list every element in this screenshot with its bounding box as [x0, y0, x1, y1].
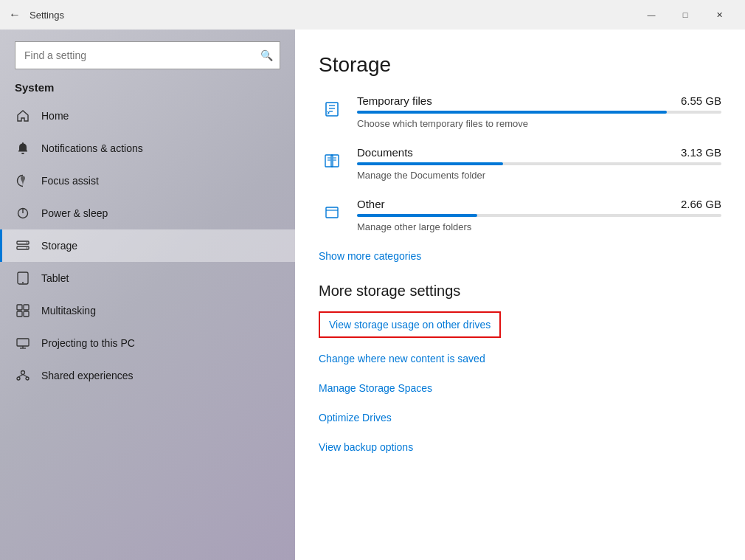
- sidebar-item-tablet-label: Tablet: [41, 272, 69, 284]
- sidebar-item-focus[interactable]: Focus assist: [0, 165, 295, 197]
- window-controls: — □ ✕: [634, 0, 736, 30]
- svg-point-5: [27, 247, 28, 249]
- minimize-button[interactable]: —: [634, 0, 668, 30]
- svg-point-4: [27, 242, 28, 243]
- focus-icon: [15, 173, 31, 189]
- other-bar-bg: [357, 214, 721, 217]
- sidebar-item-projecting[interactable]: Projecting to this PC: [0, 327, 295, 359]
- sidebar: 🔍 System Home Notific: [0, 30, 295, 560]
- other-size: 2.66 GB: [681, 198, 721, 210]
- sidebar-item-shared[interactable]: Shared experiences: [0, 359, 295, 392]
- temp-desc: Choose which temporary files to remove: [357, 118, 528, 129]
- svg-line-18: [18, 375, 23, 378]
- svg-point-16: [17, 377, 20, 380]
- show-more-link[interactable]: Show more categories: [319, 250, 421, 262]
- back-button[interactable]: ←: [9, 8, 21, 21]
- docs-size: 3.13 GB: [681, 146, 721, 159]
- search-container: 🔍: [15, 41, 280, 69]
- more-links: View storage usage on other drivesChange…: [319, 311, 721, 456]
- temp-size: 6.55 GB: [681, 94, 721, 107]
- sidebar-nav: Home Notifications & actions: [0, 100, 295, 560]
- home-icon: [15, 108, 31, 124]
- svg-point-15: [21, 371, 25, 375]
- storage-items: Temporary files 6.55 GB Choose which tem…: [319, 94, 721, 233]
- multitasking-icon: [15, 303, 31, 319]
- sidebar-item-projecting-label: Projecting to this PC: [41, 337, 135, 349]
- sidebar-item-notifications-label: Notifications & actions: [41, 142, 143, 154]
- temp-bar-fill: [357, 111, 667, 114]
- link-manage-spaces[interactable]: Manage Storage Spaces: [319, 379, 721, 397]
- sidebar-item-notifications[interactable]: Notifications & actions: [0, 132, 295, 165]
- sidebar-item-shared-label: Shared experiences: [41, 370, 134, 381]
- temp-icon: [319, 96, 345, 122]
- more-settings-title: More storage settings: [319, 283, 721, 300]
- svg-rect-30: [326, 207, 338, 218]
- sidebar-item-storage-label: Storage: [41, 240, 77, 252]
- power-icon: [15, 205, 31, 221]
- docs-bar-fill: [357, 162, 503, 165]
- main-container: 🔍 System Home Notific: [0, 30, 745, 560]
- link-change-content[interactable]: Change where new content is saved: [319, 350, 721, 367]
- close-button[interactable]: ✕: [702, 0, 736, 30]
- search-input[interactable]: [15, 41, 280, 69]
- storage-item-temp[interactable]: Temporary files 6.55 GB Choose which tem…: [319, 94, 721, 130]
- other-icon: [319, 199, 345, 226]
- docs-bar-bg: [357, 162, 721, 165]
- notifications-icon: [15, 140, 31, 156]
- svg-rect-9: [24, 305, 29, 310]
- svg-rect-12: [17, 339, 29, 346]
- svg-rect-8: [17, 305, 22, 310]
- sidebar-item-multitasking[interactable]: Multitasking: [0, 294, 295, 327]
- svg-rect-11: [24, 311, 29, 317]
- app-title: Settings: [30, 10, 634, 21]
- storage-item-other[interactable]: Other 2.66 GB Manage other large folders: [319, 198, 721, 233]
- shared-icon: [15, 367, 31, 384]
- sidebar-item-power[interactable]: Power & sleep: [0, 197, 295, 229]
- sidebar-item-home[interactable]: Home: [0, 100, 295, 132]
- page-title: Storage: [319, 53, 721, 77]
- sidebar-item-multitasking-label: Multitasking: [41, 305, 96, 317]
- docs-desc: Manage the Documents folder: [357, 170, 485, 181]
- svg-line-19: [23, 375, 27, 378]
- sidebar-item-tablet[interactable]: Tablet: [0, 262, 295, 294]
- search-icon: 🔍: [260, 49, 273, 61]
- docs-icon: [319, 148, 345, 174]
- storage-icon: [15, 238, 31, 254]
- docs-name: Documents: [357, 146, 413, 159]
- sidebar-item-home-label: Home: [41, 110, 69, 122]
- link-backup[interactable]: View backup options: [319, 438, 721, 456]
- storage-item-docs[interactable]: Documents 3.13 GB Manage the Documents f…: [319, 146, 721, 182]
- sidebar-item-power-label: Power & sleep: [41, 207, 108, 219]
- other-bar-fill: [357, 214, 477, 217]
- temp-bar-bg: [357, 111, 721, 114]
- titlebar: ← Settings — □ ✕: [0, 0, 745, 30]
- other-desc: Manage other large folders: [357, 221, 471, 232]
- sidebar-item-storage[interactable]: Storage: [0, 229, 295, 262]
- link-optimize[interactable]: Optimize Drives: [319, 409, 721, 426]
- content-area: Storage Temporary files 6.55 GB Choose w…: [295, 30, 745, 560]
- maximize-button[interactable]: □: [668, 0, 702, 30]
- svg-rect-10: [17, 311, 22, 317]
- svg-point-7: [22, 282, 24, 283]
- other-name: Other: [357, 198, 385, 210]
- system-label: System: [0, 78, 295, 100]
- link-view-other-drives[interactable]: View storage usage on other drives: [319, 311, 501, 338]
- svg-point-17: [26, 377, 29, 380]
- temp-name: Temporary files: [357, 94, 432, 107]
- projecting-icon: [15, 335, 31, 351]
- sidebar-item-focus-label: Focus assist: [41, 175, 99, 187]
- tablet-icon: [15, 270, 31, 286]
